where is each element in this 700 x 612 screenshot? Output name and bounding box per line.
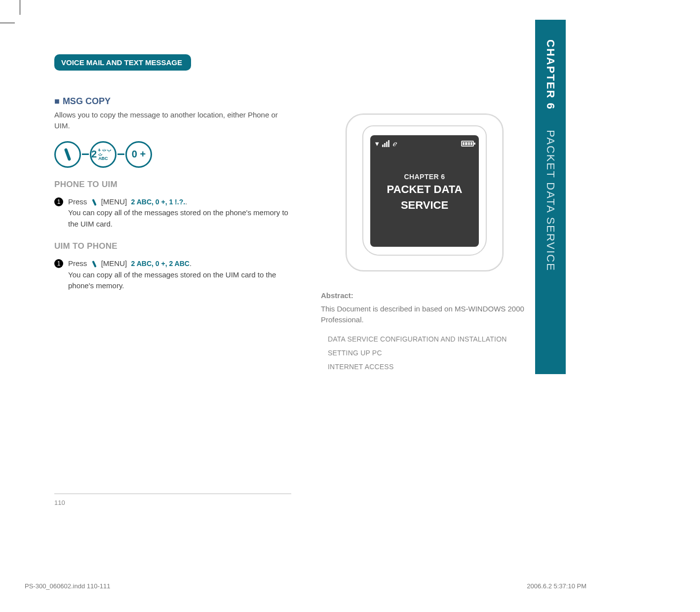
signal-icon — [382, 140, 389, 147]
right-page: ▾ ℯ CHAPTER 6 PACKET DATA SERVICE Abstra… — [321, 114, 528, 374]
uim-to-phone-title: UIM TO PHONE — [54, 241, 291, 251]
step-body: Press [MENU] 2 ABC, 0 +, 2 ABC. You can … — [68, 258, 291, 292]
abstract-block: Abstract: This Document is described in … — [321, 291, 528, 374]
msg-copy-desc: Allows you to copy the message to anothe… — [54, 110, 291, 131]
send-key-mini-icon — [92, 261, 97, 268]
section-badge: VOICE MAIL AND TEXT MESSAGE — [54, 54, 191, 71]
abstract-body: This Document is described in based on M… — [321, 304, 528, 325]
page-number: 110 — [54, 494, 291, 506]
side-title: PACKET DATA SERVICE — [544, 130, 557, 271]
key-0-label: 0 + — [132, 149, 146, 160]
status-bar: ▾ ℯ — [375, 139, 474, 148]
menu-label: [MENU] — [101, 197, 127, 206]
slash-icon — [64, 148, 72, 160]
press-label: Press — [68, 197, 87, 206]
step-description: You can copy all of the messages stored … — [68, 270, 276, 290]
chapter-number: CHAPTER 6 — [375, 173, 474, 181]
key-connector-icon — [82, 153, 89, 155]
abstract-heading: Abstract: — [321, 291, 528, 300]
list-item: INTERNET ACCESS — [328, 360, 528, 374]
msg-copy-heading: ■MSG COPY — [54, 96, 291, 107]
chapter-title-line2: SERVICE — [375, 198, 474, 212]
battery-icon — [461, 141, 474, 147]
press-label: Press — [68, 259, 87, 268]
side-tab-text: CHAPTER 6 PACKET DATA SERVICE — [544, 39, 557, 271]
chapter-title-block: CHAPTER 6 PACKET DATA SERVICE — [375, 173, 474, 212]
step-number-icon: 1 — [54, 259, 63, 268]
key-sequence: 2 ABC, 0 +, 2 ABC — [131, 260, 190, 268]
list-item: DATA SERVICE CONFIGURATION AND INSTALLAT… — [328, 332, 528, 346]
key-connector-icon — [117, 153, 124, 155]
crop-mark-horizontal — [0, 23, 15, 23]
footer-file: PS-300_060602.indd 110-111 — [25, 582, 110, 590]
phone-illustration: ▾ ℯ CHAPTER 6 PACKET DATA SERVICE — [346, 114, 504, 271]
key-sequence: 2 ABC, 0 +, 1 !.?. — [131, 198, 186, 206]
key-sequence-row: 2 ب ت ة ث ABC 0 + — [54, 141, 291, 168]
step-number-icon: 1 — [54, 197, 63, 206]
square-bullet-icon: ■ — [54, 96, 60, 106]
uim-to-phone-step: 1 Press [MENU] 2 ABC, 0 +, 2 ABC. You ca… — [54, 258, 291, 292]
chapter-side-tab: CHAPTER 6 PACKET DATA SERVICE — [535, 20, 566, 374]
left-page: VOICE MAIL AND TEXT MESSAGE ■MSG COPY Al… — [54, 54, 291, 292]
key-0-icon: 0 + — [125, 141, 152, 168]
menu-label: [MENU] — [101, 259, 127, 268]
step-description: You can copy all of the messages stored … — [68, 208, 288, 228]
step-body: Press [MENU] 2 ABC, 0 +, 1 !.?.. You can… — [68, 196, 291, 230]
key-2-icon: 2 ب ت ة ث ABC — [90, 141, 117, 168]
phone-screen: ▾ ℯ CHAPTER 6 PACKET DATA SERVICE — [370, 135, 479, 247]
footer-timestamp: 2006.6.2 5:37:10 PM — [527, 582, 586, 590]
key-2-abc: ABC — [98, 156, 115, 161]
period: . — [190, 259, 192, 268]
abstract-list: DATA SERVICE CONFIGURATION AND INSTALLAT… — [321, 332, 528, 374]
key-2-arabic: ب ت ة ث — [98, 148, 115, 156]
key-2-digit: 2 — [91, 149, 97, 160]
phone-body: ▾ ℯ CHAPTER 6 PACKET DATA SERVICE — [362, 125, 487, 256]
phone-to-uim-title: PHONE TO UIM — [54, 180, 291, 190]
crop-mark-vertical — [20, 0, 20, 15]
print-footer: PS-300_060602.indd 110-111 2006.6.2 5:37… — [20, 582, 591, 590]
side-chapter: CHAPTER 6 — [544, 39, 557, 110]
msg-copy-title: MSG COPY — [63, 96, 111, 106]
list-item: SETTING UP PC — [328, 346, 528, 360]
send-key-icon — [54, 141, 81, 168]
status-left: ▾ ℯ — [375, 139, 396, 148]
period: . — [185, 197, 187, 206]
send-key-mini-icon — [92, 198, 97, 205]
antenna-icon: ▾ — [375, 139, 379, 148]
chapter-title-line1: PACKET DATA — [375, 183, 474, 196]
data-icon: ℯ — [392, 140, 396, 148]
phone-to-uim-step: 1 Press [MENU] 2 ABC, 0 +, 1 !.?.. You c… — [54, 196, 291, 230]
